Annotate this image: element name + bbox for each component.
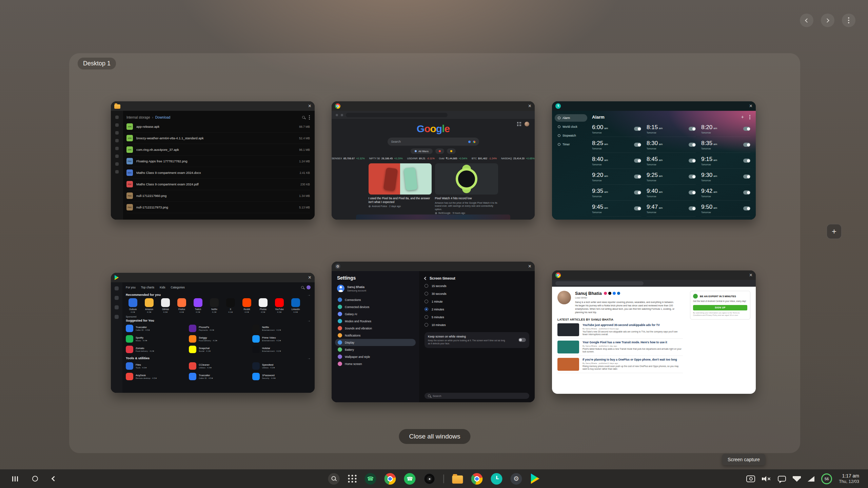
alarm-toggle[interactable]	[689, 206, 696, 210]
file-row[interactable]: DOC Maths Class 9 compartment exam 2024.…	[126, 167, 310, 179]
breadcrumb-current[interactable]: Download	[155, 116, 170, 119]
screen-capture-icon[interactable]	[746, 475, 755, 482]
app-list-item[interactable]: Zomato Food delivery · 4.2★	[126, 345, 184, 354]
alarm-item[interactable]: 9:30am Tomorrow	[701, 169, 750, 185]
google-search-bar[interactable]: Search	[388, 138, 479, 146]
file-row[interactable]: APK breezy-weather-arm64-v8a-4.1.1_stand…	[126, 133, 310, 144]
alarm-item[interactable]: 9:50am Tomorrow	[701, 201, 750, 217]
app-list-item[interactable]: Snapchat Social · 4.1★	[189, 345, 247, 354]
alarm-item[interactable]: 9:40am Tomorrow	[647, 185, 696, 201]
arrow-icon[interactable]: →	[307, 356, 311, 360]
app-list-item[interactable]: Prime Video Entertainment · 4.3★	[252, 334, 311, 343]
alarm-toggle[interactable]	[634, 190, 641, 195]
avatar[interactable]	[525, 122, 529, 126]
battery-indicator[interactable]: 56	[821, 473, 832, 484]
discover-card[interactable]: I used the Pixel 9a and Pixel 8a, and th…	[369, 163, 432, 214]
store-tab[interactable]: For you	[126, 286, 136, 289]
address-bar[interactable]	[555, 281, 644, 285]
social-icon[interactable]	[613, 292, 616, 295]
settings-menu-item[interactable]: Home screen	[335, 360, 416, 367]
my-files-nav-rail[interactable]	[111, 111, 123, 220]
alarm-item[interactable]: 8:35am Tomorrow	[701, 137, 750, 153]
ticker-chip[interactable]: SENSEX 85,706.67 +0.32%	[332, 157, 364, 160]
timeout-option[interactable]: 5 minutes	[425, 313, 529, 321]
breadcrumb-root[interactable]: Internal storage	[126, 116, 150, 119]
discover-card[interactable]: Pixel Watch 4 hits record low Amazon has…	[435, 163, 498, 214]
back-icon[interactable]	[424, 277, 428, 280]
alarm-item[interactable]: 8:15am Tomorrow	[647, 121, 696, 137]
social-icon[interactable]	[617, 292, 620, 295]
app-list-item[interactable]: Files Tools · 4.6★	[126, 362, 184, 370]
ticker-chip[interactable]: NIFTY 50 26,186.45 +0.29%	[369, 157, 403, 160]
alarm-toggle[interactable]	[634, 206, 641, 210]
store-tab[interactable]: Kids	[160, 286, 165, 289]
alarm-item[interactable]: 6:00am Tomorrow	[592, 121, 641, 137]
timeout-option[interactable]: 10 minutes	[425, 321, 529, 329]
mute-icon[interactable]	[762, 475, 771, 482]
ticker-chip[interactable]: Gold ₹1,44,685 +0.54%	[439, 157, 467, 160]
messages-icon[interactable]	[778, 476, 786, 482]
ticker-chip[interactable]: USD/INR 89.21 -0.11%	[407, 157, 435, 160]
file-row[interactable]: PNG null-17122117973.png 5.13 MB	[126, 202, 310, 213]
app-tile[interactable]: Netflix 4.2★	[207, 298, 221, 313]
social-icon[interactable]	[608, 292, 611, 295]
alarm-item[interactable]: 9:35am Tomorrow	[592, 185, 641, 201]
prev-desktop-button[interactable]	[800, 14, 813, 27]
my-files-app-icon[interactable]	[452, 475, 463, 484]
settings-menu-item[interactable]: Modes and Routines	[335, 318, 416, 325]
search-icon[interactable]	[301, 286, 304, 289]
settings-menu-item[interactable]: Notifications	[335, 332, 416, 339]
timeout-option[interactable]: 30 seconds	[425, 290, 529, 298]
file-row[interactable]: PNG null-1712217960.png 1.34 MB	[126, 190, 310, 202]
app-tile[interactable]: Firefox 4.4★	[175, 298, 189, 313]
app-tile[interactable]: Photos 4.5★	[256, 298, 270, 313]
settings-menu-item[interactable]: Wallpaper and style	[335, 353, 416, 360]
more-options-icon[interactable]	[749, 117, 750, 118]
app-tile[interactable]: Outlook 4.4★	[126, 298, 140, 313]
clock-app-icon[interactable]	[491, 473, 502, 485]
app-tile[interactable]: GitHub 4.6★	[158, 298, 173, 313]
store-nav-rail[interactable]	[111, 282, 122, 393]
app-list-item[interactable]: Truecaller Caller ID · 4.5★	[189, 372, 247, 381]
settings-search-bar[interactable]: Search	[425, 393, 529, 399]
arrow-icon[interactable]: →	[307, 293, 311, 297]
keep-screen-on-toggle[interactable]	[518, 338, 526, 342]
settings-menu-item[interactable]: Display	[335, 339, 416, 346]
alarm-item[interactable]: 9:20am Tomorrow	[592, 169, 641, 185]
article-row[interactable]: If you're planning to buy a OnePlus or O…	[557, 356, 683, 373]
app-list-item[interactable]: 1Password Security · 4.4★	[252, 372, 311, 381]
file-row[interactable]: APK com.ring.nh.aus4pore_37.apk 96.1 MB	[126, 144, 310, 156]
back-button[interactable]	[52, 476, 57, 482]
alarm-item[interactable]: 9:15am Tomorrow	[701, 153, 750, 169]
app-tile[interactable]: LinkedIn 4.4★	[289, 298, 303, 313]
play-store-app-icon[interactable]	[530, 473, 540, 484]
timeout-option[interactable]: 15 seconds	[425, 282, 529, 290]
add-alarm-button[interactable]: +	[741, 114, 744, 120]
store-tab[interactable]: Categories	[171, 286, 185, 289]
keep-screen-on-card[interactable]: Keep screen on while viewing Keep the sc…	[425, 332, 529, 348]
mic-icon[interactable]	[468, 141, 471, 143]
alarm-toggle[interactable]	[743, 206, 750, 210]
alarm-item[interactable]: 9:42am Tomorrow	[701, 185, 750, 201]
close-window-button[interactable]: ×	[528, 264, 531, 269]
lens-icon[interactable]	[473, 141, 475, 143]
wifi-icon[interactable]	[793, 476, 801, 482]
alarm-toggle[interactable]	[634, 159, 641, 163]
alarm-toggle[interactable]	[689, 175, 696, 179]
file-row[interactable]: PDF Maths Class 9 compartment exam 2024.…	[126, 179, 310, 190]
app-drawer-button[interactable]	[348, 474, 357, 483]
article-row[interactable]: YouTube just approved 30-second unskippa…	[557, 321, 683, 339]
search-button[interactable]	[328, 473, 340, 485]
address-bar[interactable]	[346, 113, 448, 117]
app-tile[interactable]: Reddit 4.4★	[240, 298, 254, 313]
alarm-item[interactable]: 8:30am Tomorrow	[647, 137, 696, 153]
more-options-button[interactable]	[842, 14, 855, 27]
close-window-button[interactable]: ×	[749, 272, 752, 278]
alarm-toggle[interactable]	[743, 190, 750, 195]
settings-menu-item[interactable]: Connected devices	[335, 303, 416, 310]
window-play-store[interactable]: × For youTop chartsKidsCategories Recomm…	[111, 273, 315, 393]
voice-chip[interactable]	[435, 148, 444, 154]
phone-app-icon[interactable]: ☎	[365, 473, 376, 485]
settings-menu-item[interactable]: Sounds and vibration	[335, 325, 416, 332]
alarm-toggle[interactable]	[634, 127, 641, 131]
